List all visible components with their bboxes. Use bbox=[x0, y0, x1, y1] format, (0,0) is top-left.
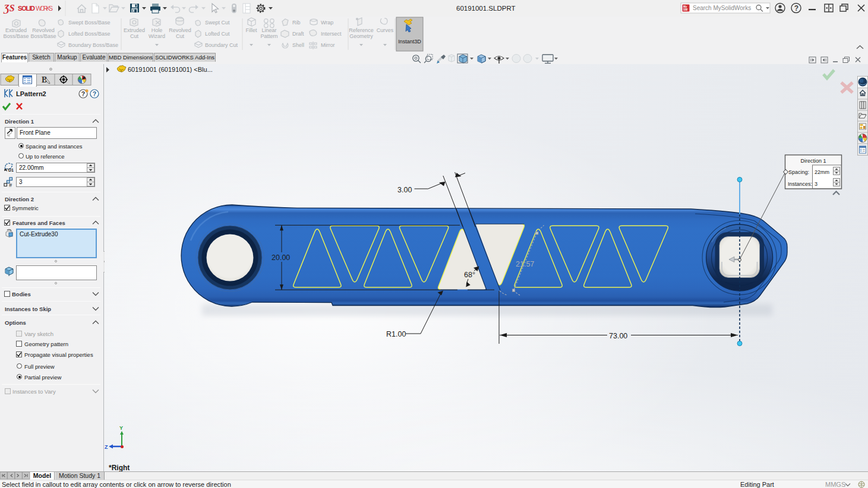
svg-text:Lofted Cut: Lofted Cut bbox=[205, 31, 230, 37]
svg-text:Instant3D: Instant3D bbox=[398, 39, 421, 45]
svg-text:60191001 (60191001) <Blu...: 60191001 (60191001) <Blu... bbox=[128, 66, 213, 73]
svg-text:WORKS: WORKS bbox=[36, 5, 53, 12]
svg-text:Wizard: Wizard bbox=[149, 33, 165, 39]
svg-text:Swept Boss/Base: Swept Boss/Base bbox=[68, 20, 111, 26]
svg-text:Geometry: Geometry bbox=[349, 33, 373, 39]
svg-text:68°: 68° bbox=[464, 271, 475, 279]
svg-text:Extruded: Extruded bbox=[124, 27, 145, 33]
svg-text:?: ? bbox=[93, 90, 96, 97]
svg-text:Fillet: Fillet bbox=[245, 27, 257, 33]
svg-text:Hole: Hole bbox=[151, 27, 163, 33]
svg-text:?: ? bbox=[794, 4, 798, 12]
svg-text:22mm: 22mm bbox=[815, 169, 829, 175]
svg-text:Reference: Reference bbox=[349, 27, 374, 33]
svg-text:Mirror: Mirror bbox=[321, 42, 335, 48]
svg-text:D1: D1 bbox=[8, 168, 14, 172]
svg-text:Swept Cut: Swept Cut bbox=[205, 20, 230, 26]
svg-text:ƷS: ƷS bbox=[3, 3, 15, 14]
svg-text:LPattern2: LPattern2 bbox=[16, 90, 46, 97]
svg-text:SOLID: SOLID bbox=[18, 5, 35, 12]
svg-text:Wrap: Wrap bbox=[321, 20, 333, 26]
svg-text:Search MySolidWorks: Search MySolidWorks bbox=[693, 5, 751, 11]
svg-text:21.57: 21.57 bbox=[516, 260, 534, 268]
svg-text:Boundary Boss/Base: Boundary Boss/Base bbox=[68, 42, 118, 48]
svg-text:Cut: Cut bbox=[130, 33, 139, 39]
svg-text:Draft: Draft bbox=[292, 31, 304, 37]
svg-text:Cut: Cut bbox=[176, 33, 185, 39]
svg-text:Revolved: Revolved bbox=[32, 27, 55, 33]
svg-text:#: # bbox=[9, 182, 12, 188]
svg-text:Boss/Base: Boss/Base bbox=[30, 33, 56, 39]
svg-text:Boundary Cut: Boundary Cut bbox=[205, 42, 238, 48]
svg-text:Rib: Rib bbox=[292, 20, 301, 26]
svg-text:Shell: Shell bbox=[292, 42, 304, 48]
svg-text:Z: Z bbox=[105, 444, 108, 450]
svg-text:Extruded: Extruded bbox=[5, 27, 27, 33]
svg-text:Spacing:: Spacing: bbox=[788, 169, 809, 175]
svg-text:My: My bbox=[683, 5, 687, 8]
svg-text:73.00: 73.00 bbox=[609, 332, 627, 340]
svg-text:Curves: Curves bbox=[377, 27, 394, 33]
svg-text:Intersect: Intersect bbox=[321, 31, 342, 37]
svg-text:20.00: 20.00 bbox=[272, 253, 290, 262]
svg-text:*Right: *Right bbox=[109, 464, 130, 471]
svg-text:R1.00: R1.00 bbox=[386, 330, 406, 338]
svg-text:3: 3 bbox=[815, 181, 818, 187]
svg-text:SW: SW bbox=[683, 8, 688, 11]
svg-text:Pattern: Pattern bbox=[260, 33, 277, 39]
svg-text:Linear: Linear bbox=[261, 27, 276, 33]
svg-text:?: ? bbox=[81, 90, 85, 97]
svg-text:Y: Y bbox=[119, 425, 123, 431]
svg-text:3.00: 3.00 bbox=[397, 186, 412, 194]
svg-text:Direction 1: Direction 1 bbox=[800, 158, 826, 164]
svg-text:Revolved: Revolved bbox=[169, 27, 191, 33]
svg-text:Instances:: Instances: bbox=[788, 181, 812, 187]
svg-text:Boss/Base: Boss/Base bbox=[3, 33, 29, 39]
svg-text:Lofted Boss/Base: Lofted Boss/Base bbox=[68, 31, 111, 37]
svg-text:60191001.SLDPRT: 60191001.SLDPRT bbox=[456, 5, 516, 12]
